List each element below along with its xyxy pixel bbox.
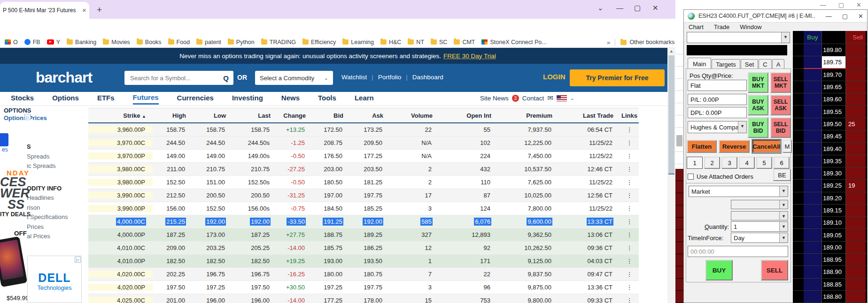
sidebar-item[interactable]: ODITY INFO <box>27 184 86 194</box>
window-minimize-button[interactable]: — <box>616 4 623 12</box>
cancel-all-button[interactable]: CancelAll <box>752 140 781 153</box>
ladder-buy-cell[interactable] <box>803 205 822 217</box>
cell-strike[interactable]: 4,020.00C <box>88 271 153 278</box>
quantity-preset-button[interactable]: 4 <box>739 157 755 169</box>
free-trial-link[interactable]: FREE 30 Day Trial <box>443 53 496 60</box>
ad-headline[interactable]: CES WER SS <box>0 176 24 210</box>
ladder-buy-cell[interactable] <box>803 242 822 254</box>
ladder-buy-cell[interactable] <box>803 167 822 180</box>
col-low[interactable]: Low <box>193 112 232 119</box>
ladder-buy-cell[interactable] <box>803 254 822 266</box>
form-tab[interactable]: Targets <box>712 59 740 69</box>
bookmark-item[interactable]: O <box>5 39 18 45</box>
quick-order-button[interactable]: SELLMKT <box>770 72 791 93</box>
bookmark-item[interactable]: TRADING <box>261 39 296 45</box>
sidebar-item[interactable]: S <box>27 142 86 152</box>
sidebar-item[interactable]: ic Spreads <box>27 161 86 171</box>
quick-order-button[interactable]: BUYASK <box>748 95 768 115</box>
table-row[interactable]: 4,010.00C 209.00 203.25 205.25 -14.00 18… <box>88 242 639 255</box>
col-high[interactable]: High <box>153 112 193 119</box>
ladder-buy-cell[interactable] <box>803 130 822 143</box>
row-menu-icon[interactable]: ⋮ <box>620 139 639 146</box>
menu-trade[interactable]: Trade <box>714 23 729 30</box>
contact-link[interactable]: Contact <box>522 95 544 102</box>
scrollbar-thumb[interactable] <box>668 55 674 174</box>
cell-strike[interactable]: 3,980.00C <box>88 166 153 173</box>
cell-strike[interactable]: 4,020.00P <box>88 284 153 291</box>
nav-item[interactable]: Tools <box>318 94 336 104</box>
commodity-select[interactable]: Select a Commodity ⌄ <box>255 71 333 85</box>
bookmark-item[interactable]: NT <box>408 39 424 45</box>
quantity-preset-button[interactable]: 2 <box>704 157 720 169</box>
m-button[interactable]: M <box>783 140 792 153</box>
col-premium[interactable]: Premium <box>498 112 559 119</box>
ladder-buy-cell[interactable] <box>803 69 822 81</box>
buy-button[interactable]: BUY <box>705 260 733 280</box>
cell-strike[interactable]: 4,010.00C <box>88 244 153 251</box>
row-menu-icon[interactable]: ⋮ <box>620 218 639 225</box>
cell-strike[interactable]: 3,990.00P <box>88 205 153 212</box>
ladder-buy-cell[interactable] <box>803 56 822 68</box>
cell-strike[interactable]: 3,960.00P <box>88 126 153 133</box>
ladder-buy-cell[interactable] <box>803 44 822 56</box>
table-row[interactable]: 3,980.00P 152.50 151.00 152.50s -0.50 18… <box>88 176 639 189</box>
tab-search-icon[interactable]: ⌄ <box>597 4 604 12</box>
bookmark-item[interactable]: Y <box>47 39 60 45</box>
row-menu-icon[interactable]: ⋮ <box>620 126 639 133</box>
ad-laptop-image[interactable] <box>0 236 27 287</box>
app-maximize-button[interactable]: ▢ <box>838 1 844 8</box>
cell-strike[interactable]: 3,970.00P <box>88 152 153 159</box>
col-ask[interactable]: Ask <box>350 112 390 119</box>
sidebar-item[interactable]: al Prices <box>27 232 86 242</box>
sell-button[interactable]: SELL <box>761 260 788 280</box>
row-menu-icon[interactable]: ⋮ <box>620 284 639 291</box>
col-change[interactable]: Change <box>277 112 312 119</box>
nav-item[interactable]: Stocks <box>11 94 34 104</box>
dashboard-link[interactable]: Dashboard <box>412 74 443 81</box>
position-field[interactable]: Flat <box>688 80 747 91</box>
dropdown-arrow-icon[interactable]: ▼ <box>781 32 790 43</box>
ladder-sell-cell[interactable] <box>846 192 866 205</box>
sidebar-item[interactable]: rison <box>27 203 86 213</box>
ladder-buy-cell[interactable] <box>803 118 822 130</box>
ladder-buy-cell[interactable] <box>803 180 822 192</box>
ladder-sell-cell[interactable] <box>846 229 866 241</box>
page-scrollbar[interactable]: ▲ <box>667 48 675 303</box>
menu-window[interactable]: Window <box>740 23 761 30</box>
bookmark-item[interactable]: FB <box>24 39 40 45</box>
row-menu-icon[interactable]: ⋮ <box>620 205 639 212</box>
ladder-buy-cell[interactable] <box>803 279 822 291</box>
col-bid[interactable]: Bid <box>312 112 350 119</box>
row-menu-icon[interactable]: ⋮ <box>620 258 639 265</box>
dropdown-arrow-icon[interactable]: ▼ <box>779 233 788 242</box>
dell-ad[interactable]: ▷ DELL Technologies <box>27 256 82 303</box>
form-tab[interactable]: C <box>759 59 771 69</box>
ladder-sell-cell[interactable]: 19 <box>846 180 866 192</box>
row-menu-icon[interactable]: ⋮ <box>620 192 639 199</box>
reverse-button[interactable]: Reverse <box>719 140 750 153</box>
table-row[interactable]: 4,010.00P 182.50 182.50 182.50 +19.25 19… <box>88 255 639 268</box>
ladder-sell-cell[interactable] <box>846 205 866 217</box>
ad-fragment[interactable] <box>0 133 8 146</box>
ladder-buy-cell[interactable] <box>803 93 822 106</box>
bookmarks-more-icon[interactable]: » <box>607 39 610 46</box>
table-row[interactable]: 3,980.00C 211.00 210.75 210.75 -27.25 20… <box>88 163 639 176</box>
bookmark-item[interactable]: Food <box>168 39 190 45</box>
row-menu-icon[interactable]: ⋮ <box>620 231 639 238</box>
ladder-sell-cell[interactable] <box>846 106 866 118</box>
table-row[interactable]: 3,970.00P 149.00 149.00 149.00s -0.50 17… <box>88 150 639 163</box>
table-row[interactable]: 4,000.00P 187.25 173.00 187.25 +27.75 18… <box>88 228 639 242</box>
bookmark-item[interactable]: Books <box>137 39 162 45</box>
symbol-search-input[interactable] <box>129 74 223 82</box>
cell-strike[interactable]: 3,990.00C <box>88 192 153 199</box>
ladder-sell-cell[interactable] <box>846 81 866 93</box>
ladder-sell-cell[interactable] <box>846 167 866 180</box>
bookmark-item[interactable]: StoneX Connect Po... <box>481 39 546 45</box>
bookmark-item[interactable]: Efficiency <box>302 39 336 45</box>
sidebar-item[interactable]: Headlines <box>27 193 86 203</box>
ladder-sell-cell[interactable]: 25 <box>846 118 866 130</box>
nav-item[interactable]: Learn <box>355 94 374 104</box>
col-lasttrade[interactable]: Last Trade <box>559 112 620 119</box>
nav-item[interactable]: Futures <box>133 93 159 105</box>
cell-strike[interactable]: 4,000.00C <box>88 218 153 225</box>
